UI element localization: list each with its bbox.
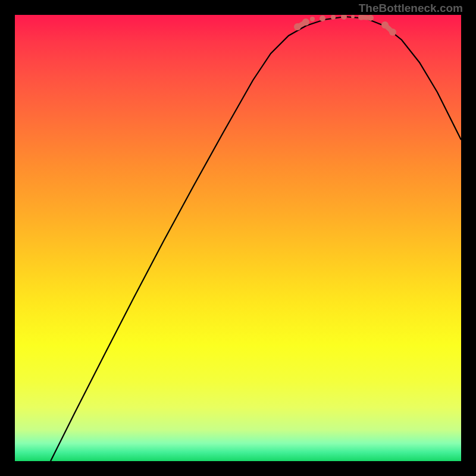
bottleneck-curve [51, 17, 461, 461]
svg-point-12 [381, 21, 389, 29]
svg-point-11 [368, 15, 374, 21]
svg-point-3 [294, 23, 301, 30]
chart-svg [15, 15, 461, 461]
svg-point-6 [320, 15, 325, 21]
svg-point-4 [302, 18, 309, 26]
watermark-text: TheBottleneck.com [359, 2, 463, 15]
chart-container [15, 15, 461, 461]
svg-point-8 [341, 15, 347, 20]
svg-point-9 [351, 15, 355, 18]
svg-point-13 [389, 29, 396, 36]
svg-point-7 [331, 15, 336, 20]
svg-point-5 [310, 17, 315, 21]
